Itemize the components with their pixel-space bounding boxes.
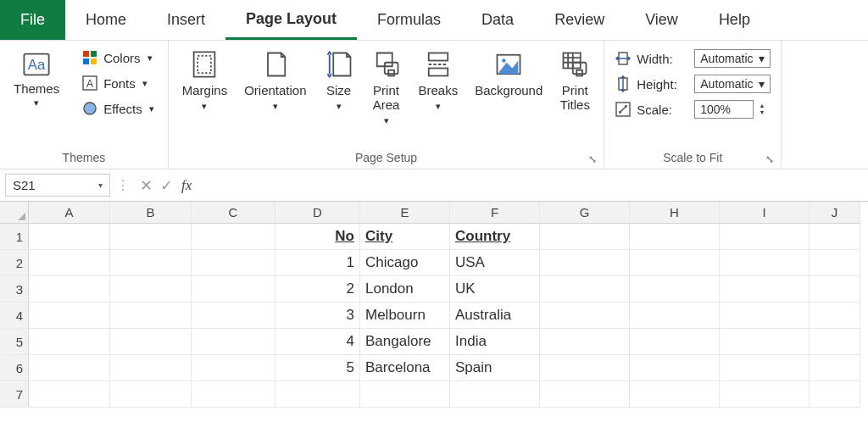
col-header[interactable]: G [540, 202, 630, 224]
tab-formulas[interactable]: Formulas [357, 0, 461, 40]
cell[interactable] [360, 381, 450, 408]
tab-file[interactable]: File [0, 0, 65, 40]
cell[interactable]: London [360, 276, 450, 303]
col-header[interactable]: A [29, 202, 110, 224]
cell[interactable] [810, 276, 860, 303]
cell[interactable]: UK [450, 276, 540, 303]
cell[interactable]: Barcelona [360, 355, 450, 381]
cell[interactable] [720, 355, 810, 381]
col-header[interactable]: I [720, 202, 810, 224]
cancel-button[interactable]: ✕ [136, 176, 156, 195]
col-header[interactable]: C [192, 202, 275, 224]
tab-data[interactable]: Data [461, 0, 534, 40]
cell[interactable] [110, 381, 192, 408]
cell[interactable] [540, 250, 630, 276]
cell[interactable] [192, 329, 275, 355]
col-header[interactable]: D [275, 202, 360, 224]
print-titles-button[interactable]: PrintTitles [556, 47, 593, 114]
themes-button[interactable]: Aa Themes ▾ [10, 47, 63, 110]
cell[interactable] [630, 250, 720, 276]
cell[interactable] [720, 224, 810, 250]
tab-help[interactable]: Help [698, 0, 771, 40]
breaks-button[interactable]: Breaks ▾ [415, 47, 462, 114]
row-header[interactable]: 2 [0, 250, 29, 276]
cell[interactable] [192, 303, 275, 329]
width-select[interactable]: Automatic▾ [694, 49, 771, 68]
cell[interactable] [29, 276, 110, 303]
cell[interactable] [720, 381, 810, 408]
select-all-corner[interactable] [0, 202, 29, 224]
cell[interactable] [720, 276, 810, 303]
cell[interactable] [810, 303, 860, 329]
cell[interactable]: 1 [275, 250, 360, 276]
cell[interactable] [29, 329, 110, 355]
cell[interactable] [110, 224, 192, 250]
cell[interactable] [540, 224, 630, 250]
cell[interactable] [810, 381, 860, 408]
cell[interactable]: USA [450, 250, 540, 276]
cell[interactable] [29, 355, 110, 381]
height-select[interactable]: Automatic▾ [694, 75, 771, 93]
cell[interactable] [630, 381, 720, 408]
cell[interactable]: 5 [275, 355, 360, 381]
row-header[interactable]: 1 [0, 224, 29, 250]
fx-icon[interactable]: fx [181, 177, 192, 194]
cell[interactable] [540, 381, 630, 408]
cell[interactable] [29, 250, 110, 276]
cell[interactable] [192, 224, 275, 250]
fonts-button[interactable]: A Fonts ▾ [78, 73, 158, 93]
cell[interactable] [630, 329, 720, 355]
cell[interactable] [29, 303, 110, 329]
cell[interactable] [540, 303, 630, 329]
cell[interactable] [810, 250, 860, 276]
cell[interactable] [630, 303, 720, 329]
cell[interactable]: City [360, 224, 450, 250]
cell[interactable] [720, 329, 810, 355]
scale-input[interactable]: 100% [694, 100, 754, 119]
cell[interactable] [450, 381, 540, 408]
tab-review[interactable]: Review [534, 0, 625, 40]
scale-launcher[interactable]: ⤡ [765, 153, 774, 165]
orientation-button[interactable]: Orientation ▾ [241, 47, 309, 114]
cell[interactable] [110, 303, 192, 329]
col-header[interactable]: B [110, 202, 192, 224]
cell[interactable] [630, 355, 720, 381]
row-header[interactable]: 4 [0, 303, 29, 329]
print-area-button[interactable]: PrintArea ▾ [368, 47, 405, 128]
row-header[interactable]: 5 [0, 329, 29, 355]
cell[interactable] [540, 276, 630, 303]
cell[interactable] [29, 224, 110, 250]
cell[interactable]: Melbourn [360, 303, 450, 329]
cell[interactable] [810, 329, 860, 355]
cell[interactable] [630, 224, 720, 250]
row-header[interactable]: 6 [0, 355, 29, 381]
tab-insert[interactable]: Insert [147, 0, 225, 40]
cell[interactable] [540, 355, 630, 381]
chevron-down-icon[interactable]: ▾ [98, 180, 103, 190]
background-button[interactable]: Background [471, 47, 546, 99]
col-header[interactable]: F [450, 202, 540, 224]
cell[interactable] [110, 276, 192, 303]
enter-button[interactable]: ✓ [156, 176, 176, 195]
row-header[interactable]: 3 [0, 276, 29, 303]
cell[interactable] [540, 329, 630, 355]
formula-input[interactable] [197, 175, 868, 196]
cell[interactable] [630, 276, 720, 303]
cell[interactable] [110, 250, 192, 276]
page-setup-launcher[interactable]: ⤡ [588, 153, 597, 165]
tab-view[interactable]: View [625, 0, 698, 40]
cell[interactable]: Country [450, 224, 540, 250]
cell[interactable] [720, 303, 810, 329]
cell[interactable] [110, 329, 192, 355]
cell[interactable] [720, 250, 810, 276]
cell[interactable] [110, 355, 192, 381]
tab-page-layout[interactable]: Page Layout [225, 0, 357, 40]
cell[interactable]: 2 [275, 276, 360, 303]
cell[interactable] [275, 381, 360, 408]
cell[interactable] [192, 381, 275, 408]
col-header[interactable]: H [630, 202, 720, 224]
cell[interactable] [192, 355, 275, 381]
col-header[interactable]: J [810, 202, 860, 224]
colors-button[interactable]: Colors ▾ [78, 47, 158, 68]
cell[interactable] [810, 355, 860, 381]
